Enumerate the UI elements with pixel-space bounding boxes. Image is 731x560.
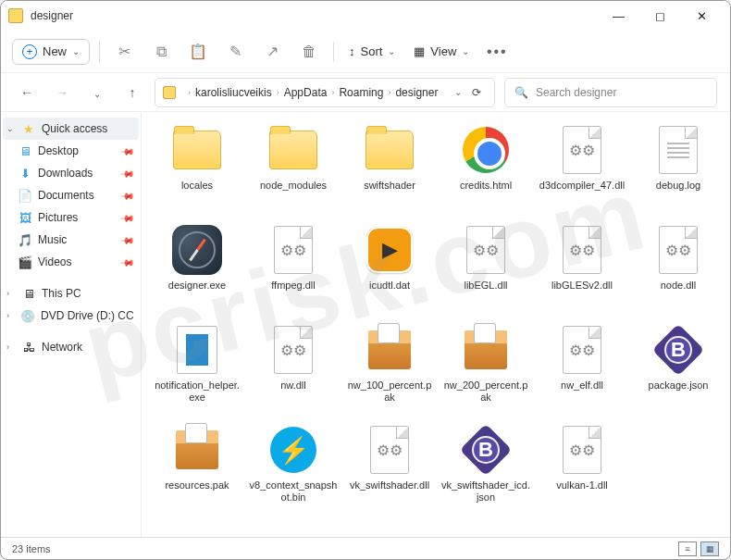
sort-button[interactable]: ↕ Sort ⌄ <box>343 41 401 62</box>
minimize-button[interactable]: — <box>598 2 639 30</box>
file-item[interactable]: node_modules <box>247 119 340 216</box>
cut-icon[interactable]: ✂ <box>109 37 139 67</box>
search-input[interactable]: 🔍 Search designer <box>504 78 717 107</box>
sort-icon: ↕ <box>349 44 355 58</box>
file-item[interactable]: credits.html <box>440 119 532 216</box>
file-item[interactable]: notification_helper.exe <box>151 319 243 416</box>
chevron-down-icon: ⌄ <box>388 46 395 56</box>
videos-icon: 🎬 <box>18 255 32 269</box>
pc-icon: 🖥 <box>21 286 36 301</box>
file-label: nw_elf.dll <box>559 380 605 392</box>
sidebar-item-desktop[interactable]: 🖥Desktop📌 <box>3 140 139 162</box>
file-item[interactable]: Bpackage.json <box>632 319 725 416</box>
file-item[interactable]: ⚙⚙nw.dll <box>247 319 340 416</box>
sidebar-item-label: Videos <box>38 255 71 268</box>
sidebar-item-label: Music <box>38 233 67 246</box>
file-item[interactable]: locales <box>151 119 243 216</box>
pin-icon: 📌 <box>120 210 135 225</box>
file-item[interactable]: ⚙⚙vk_swiftshader.dll <box>343 419 436 516</box>
file-item[interactable]: ⚙⚙vulkan-1.dll <box>536 419 628 516</box>
item-count: 23 items <box>12 543 51 554</box>
file-item[interactable]: designer.exe <box>151 219 243 316</box>
chevron-down-icon: ⌄ <box>6 124 16 133</box>
sidebar-item-videos[interactable]: 🎬Videos📌 <box>3 251 139 273</box>
maximize-button[interactable]: ◻ <box>639 2 681 30</box>
chevron-down-icon: ⌄ <box>72 46 80 56</box>
sidebar-item-music[interactable]: 🎵Music📌 <box>3 229 139 251</box>
separator <box>99 42 100 62</box>
details-view-button[interactable]: ≡ <box>678 541 697 556</box>
up-button[interactable]: ↑ <box>119 85 145 100</box>
toolbar: + New ⌄ ✂ ⧉ 📋 ✎ ↗ 🗑 ↕ Sort ⌄ ▦ View ⌄ ••… <box>1 31 730 73</box>
chevron-right-icon: › <box>6 311 15 320</box>
sidebar-item-documents[interactable]: 📄Documents📌 <box>3 184 139 206</box>
rename-icon[interactable]: ✎ <box>220 37 250 67</box>
file-icon: B <box>458 423 514 477</box>
crumb[interactable]: Roaming <box>339 86 383 99</box>
file-item[interactable]: ▶icudtl.dat <box>343 219 436 316</box>
forward-button[interactable]: → <box>49 85 75 100</box>
file-item[interactable]: ⚡v8_context_snapshot.bin <box>247 419 340 516</box>
file-item[interactable]: Bvk_swiftshader_icd.json <box>440 419 532 516</box>
view-button[interactable]: ▦ View ⌄ <box>408 41 475 62</box>
share-icon[interactable]: ↗ <box>257 37 287 67</box>
file-item[interactable]: ⚙⚙libEGL.dll <box>440 219 532 316</box>
sidebar-quick-access[interactable]: ⌄ ★ Quick access <box>3 118 139 140</box>
close-button[interactable]: ✕ <box>681 2 723 30</box>
file-icon <box>169 423 225 477</box>
crumb[interactable]: AppData <box>284 86 328 99</box>
crumb[interactable]: designer <box>395 86 438 99</box>
file-item[interactable]: nw_200_percent.pak <box>440 319 532 416</box>
crumb[interactable]: karolisliucveikis <box>195 86 272 99</box>
file-item[interactable]: ⚙⚙d3dcompiler_47.dll <box>536 119 628 216</box>
file-item[interactable]: resources.pak <box>151 419 243 516</box>
pin-icon: 📌 <box>120 255 135 269</box>
file-label: nw_100_percent.pak <box>343 380 436 404</box>
file-item[interactable]: ⚙⚙libGLESv2.dll <box>536 219 628 316</box>
file-label: nw_200_percent.pak <box>440 380 532 404</box>
navbar: ← → ⌄ ↑ › karolisliucveikis › AppData › … <box>1 73 730 112</box>
chevron-down-icon[interactable]: ⌄ <box>454 87 462 97</box>
file-pane[interactable]: localesnode_modulesswiftshadercredits.ht… <box>142 112 730 537</box>
dvd-label: DVD Drive (D:) CCCC <box>41 309 133 322</box>
file-item[interactable]: swiftshader <box>343 119 436 216</box>
file-label: vk_swiftshader_icd.json <box>440 479 532 504</box>
pictures-icon: 🖼 <box>18 210 32 225</box>
file-item[interactable]: nw_100_percent.pak <box>343 319 436 416</box>
file-item[interactable]: ⚙⚙ffmpeg.dll <box>247 219 340 316</box>
copy-icon[interactable]: ⧉ <box>146 37 176 67</box>
back-button[interactable]: ← <box>14 85 40 100</box>
icons-view-button[interactable]: ▦ <box>700 541 719 556</box>
sidebar-item-downloads[interactable]: ⬇Downloads📌 <box>3 162 139 184</box>
refresh-button[interactable]: ⟳ <box>466 86 487 99</box>
file-label: v8_context_snapshot.bin <box>247 479 340 504</box>
file-icon: ⚙⚙ <box>554 223 610 277</box>
quick-label: Quick access <box>42 122 107 135</box>
disc-icon: 💿 <box>20 308 35 323</box>
paste-icon[interactable]: 📋 <box>183 37 213 67</box>
sidebar-item-label: Desktop <box>38 144 79 157</box>
pin-icon: 📌 <box>120 232 135 247</box>
sidebar-this-pc[interactable]: › 🖥 This PC <box>3 282 139 305</box>
sidebar-network[interactable]: › 🖧 Network <box>3 336 139 358</box>
delete-icon[interactable]: 🗑 <box>294 37 324 67</box>
star-icon: ★ <box>21 121 36 136</box>
recent-dropdown[interactable]: ⌄ <box>84 85 110 100</box>
folder-icon <box>8 8 23 23</box>
address-bar[interactable]: › karolisliucveikis › AppData › Roaming … <box>155 78 495 107</box>
sidebar-item-pictures[interactable]: 🖼Pictures📌 <box>3 206 139 229</box>
plus-icon: + <box>22 44 37 59</box>
sidebar-item-label: Pictures <box>38 211 78 224</box>
file-icon: ⚙⚙ <box>554 323 610 377</box>
file-item[interactable]: debug.log <box>632 119 725 216</box>
titlebar: designer — ◻ ✕ <box>1 1 730 31</box>
file-item[interactable]: ⚙⚙nw_elf.dll <box>536 319 628 416</box>
file-item[interactable]: ⚙⚙node.dll <box>632 219 725 316</box>
file-icon: ▶ <box>362 223 417 277</box>
sidebar-dvd[interactable]: › 💿 DVD Drive (D:) CCCC <box>3 305 139 327</box>
new-button[interactable]: + New ⌄ <box>12 39 90 65</box>
more-button[interactable]: ••• <box>482 37 512 67</box>
file-label: nw.dll <box>279 380 308 392</box>
file-label: swiftshader <box>362 180 417 192</box>
file-label: notification_helper.exe <box>151 380 243 404</box>
